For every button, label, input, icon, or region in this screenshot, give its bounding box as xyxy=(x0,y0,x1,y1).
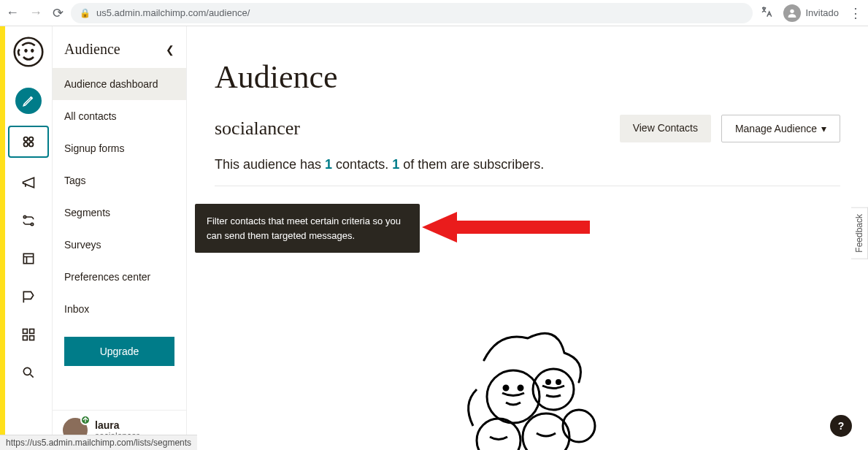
nav-list: Audience dashboard All contacts Signup f… xyxy=(53,68,186,325)
svg-rect-14 xyxy=(30,336,34,340)
svg-point-2 xyxy=(24,49,27,53)
annotation-arrow xyxy=(422,209,590,248)
svg-point-0 xyxy=(791,9,794,12)
integrations-icon[interactable] xyxy=(15,321,42,348)
nav-preferences-center[interactable]: Preferences center xyxy=(53,261,186,293)
svg-rect-13 xyxy=(23,336,28,340)
forward-button[interactable]: → xyxy=(29,5,42,20)
guest-label: Invitado xyxy=(805,7,839,18)
menu-icon[interactable]: ⋮ xyxy=(849,5,862,21)
svg-point-22 xyxy=(518,386,523,390)
back-button[interactable]: ← xyxy=(6,5,19,20)
svg-point-21 xyxy=(504,386,508,390)
feedback-tab[interactable]: Feedback xyxy=(851,207,868,259)
reload-button[interactable]: ⟳ xyxy=(53,5,64,21)
svg-point-9 xyxy=(31,223,33,225)
status-badge-icon xyxy=(80,415,91,425)
svg-rect-12 xyxy=(30,329,34,334)
chrome-right: Invitado ⋮ xyxy=(760,4,862,22)
manage-audience-button[interactable]: Manage Audience ▾ xyxy=(721,115,840,142)
nav-audience-dashboard[interactable]: Audience dashboard xyxy=(53,68,186,100)
segments-tooltip: Filter contacts that meet certain criter… xyxy=(195,204,420,253)
nav-all-contacts[interactable]: All contacts xyxy=(53,100,186,132)
nav-signup-forms[interactable]: Signup forms xyxy=(53,132,186,164)
help-button[interactable]: ? xyxy=(830,415,852,437)
audience-stats: This audience has 1 contacts. 1 of them … xyxy=(215,157,840,172)
status-bar: https://us5.admin.mailchimp.com/lists/se… xyxy=(0,435,197,450)
svg-point-4 xyxy=(24,137,28,142)
svg-point-8 xyxy=(23,216,26,218)
nav-inbox[interactable]: Inbox xyxy=(53,293,186,325)
side-header: Audience ❮ xyxy=(53,26,186,68)
audience-icon[interactable] xyxy=(8,126,49,158)
nav-buttons: ← → ⟳ xyxy=(6,5,64,21)
audience-name: socialancer xyxy=(215,118,300,140)
side-nav: Audience ❮ Audience dashboard All contac… xyxy=(53,26,187,450)
user-icon xyxy=(783,4,801,22)
url-text: us5.admin.mailchimp.com/audience/ xyxy=(96,7,250,18)
collapse-icon[interactable]: ❮ xyxy=(166,44,174,56)
accent-bar xyxy=(0,26,5,450)
website-icon[interactable] xyxy=(15,245,42,272)
nav-segments[interactable]: Segments xyxy=(53,197,186,229)
upgrade-button[interactable]: Upgrade xyxy=(64,337,174,366)
status-url: https://us5.admin.mailchimp.com/lists/se… xyxy=(6,438,191,448)
svg-point-5 xyxy=(29,137,33,142)
guest-profile[interactable]: Invitado xyxy=(783,4,839,22)
translate-icon[interactable] xyxy=(760,5,773,21)
url-bar[interactable]: 🔒 us5.admin.mailchimp.com/audience/ xyxy=(71,3,753,23)
search-icon[interactable] xyxy=(15,359,42,386)
page-title: Audience xyxy=(215,58,840,96)
svg-rect-10 xyxy=(23,253,33,263)
svg-rect-11 xyxy=(23,329,28,334)
content-icon[interactable] xyxy=(15,283,42,310)
section-title: Audience xyxy=(64,41,120,58)
automations-icon[interactable] xyxy=(15,207,42,234)
campaigns-icon[interactable] xyxy=(15,169,42,196)
svg-point-7 xyxy=(29,142,33,147)
svg-point-23 xyxy=(546,381,550,384)
mailchimp-logo[interactable] xyxy=(13,37,44,67)
create-icon[interactable] xyxy=(15,88,42,114)
svg-point-19 xyxy=(523,413,569,450)
audience-illustration xyxy=(433,316,623,450)
sub-header: socialancer View Contacts Manage Audienc… xyxy=(215,115,840,142)
contacts-count: 1 xyxy=(325,157,332,172)
nav-surveys[interactable]: Surveys xyxy=(53,229,186,261)
view-contacts-button[interactable]: View Contacts xyxy=(620,115,711,142)
svg-point-3 xyxy=(31,49,34,53)
svg-point-6 xyxy=(24,142,28,147)
svg-marker-25 xyxy=(422,212,590,243)
subscribers-count: 1 xyxy=(392,157,399,172)
nav-tags[interactable]: Tags xyxy=(53,164,186,197)
svg-point-24 xyxy=(556,381,560,384)
user-name: laura xyxy=(95,419,139,431)
chevron-down-icon: ▾ xyxy=(821,123,826,134)
icon-rail xyxy=(5,26,53,450)
lock-icon: 🔒 xyxy=(80,8,91,18)
action-buttons: View Contacts Manage Audience ▾ xyxy=(620,115,840,142)
svg-point-15 xyxy=(23,367,31,375)
divider xyxy=(215,186,840,186)
browser-chrome: ← → ⟳ 🔒 us5.admin.mailchimp.com/audience… xyxy=(0,0,868,26)
